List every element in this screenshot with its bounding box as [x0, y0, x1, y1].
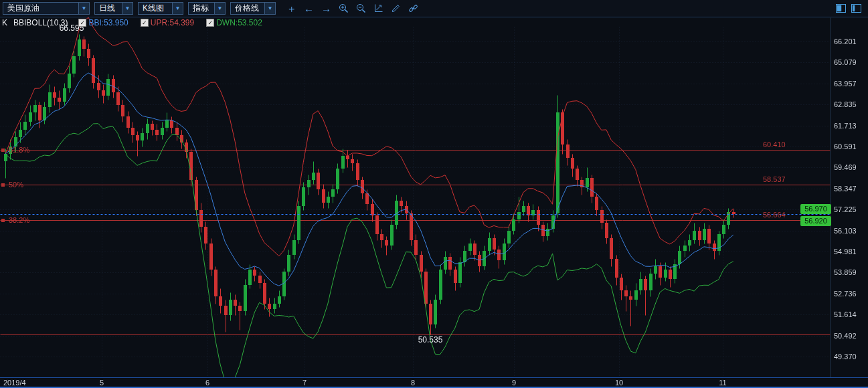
price-line-select-label: 价格线 [231, 3, 264, 14]
indicator-header: K BBIBOLL(10,3) ✓ BBI:53.950 ✓ UPR:54.39… [2, 18, 274, 27]
symbol-select[interactable]: 美国原油 ▼ [3, 2, 90, 15]
axis-scale-icon[interactable] [373, 3, 384, 14]
price-line-select[interactable]: 价格线 ▼ [230, 2, 276, 15]
candlestick-chart[interactable] [0, 0, 868, 388]
scroll-right-icon[interactable]: → [321, 3, 332, 14]
link-icon[interactable] [408, 3, 419, 14]
panel-layout-left-icon[interactable] [835, 3, 846, 13]
scroll-left-icon[interactable]: ← [303, 3, 315, 14]
period-select[interactable]: 日线 ▼ [94, 2, 133, 15]
chevron-down-icon[interactable]: ▼ [122, 3, 133, 14]
chevron-down-icon[interactable]: ▼ [214, 3, 225, 14]
chevron-down-icon[interactable]: ▼ [78, 3, 89, 14]
draw-tool-icon[interactable] [390, 3, 402, 14]
checkbox-checked-icon[interactable]: ✓ [78, 19, 86, 27]
chart-style-select[interactable]: K线图 ▼ [138, 2, 183, 15]
dwn-value-label: DWN:53.502 [216, 18, 262, 27]
chevron-down-icon[interactable]: ▼ [172, 3, 183, 14]
indicator-select-label: 指标 [189, 3, 214, 14]
toolbar: 美国原油 ▼ 日线 ▼ K线图 ▼ 指标 ▼ 价格线 ▼ ＋ ← → [0, 0, 868, 17]
period-select-label: 日线 [95, 3, 122, 14]
indicator-series-bbi[interactable]: ✓ BBI:53.950 [78, 18, 128, 27]
checkbox-checked-icon[interactable]: ✓ [141, 19, 149, 27]
zoom-out-icon[interactable] [355, 3, 367, 14]
indicator-series-dwn[interactable]: ✓ DWN:53.502 [206, 18, 262, 27]
symbol-select-label: 美国原油 [3, 3, 78, 14]
window-layout-controls [835, 3, 861, 13]
checkbox-checked-icon[interactable]: ✓ [206, 19, 214, 27]
upr-value-label: UPR:54.399 [151, 18, 194, 27]
indicator-name[interactable]: BBIBOLL(10,3) [13, 18, 68, 27]
trading-chart-app: 56.970 56.920 66.595 50.535 66.20165.079… [0, 0, 868, 388]
chart-style-select-label: K线图 [139, 3, 172, 14]
chart-type-label: K [2, 18, 7, 27]
indicator-series-upr[interactable]: ✓ UPR:54.399 [141, 18, 194, 27]
panel-layout-right-icon[interactable] [851, 3, 861, 13]
bbi-value-label: BBI:53.950 [88, 18, 128, 27]
chevron-down-icon[interactable]: ▼ [264, 3, 275, 14]
indicator-select[interactable]: 指标 ▼ [188, 2, 226, 15]
plus-icon[interactable]: ＋ [286, 3, 297, 14]
toolbar-icons: ＋ ← → [286, 3, 419, 14]
zoom-in-icon[interactable] [338, 3, 349, 14]
